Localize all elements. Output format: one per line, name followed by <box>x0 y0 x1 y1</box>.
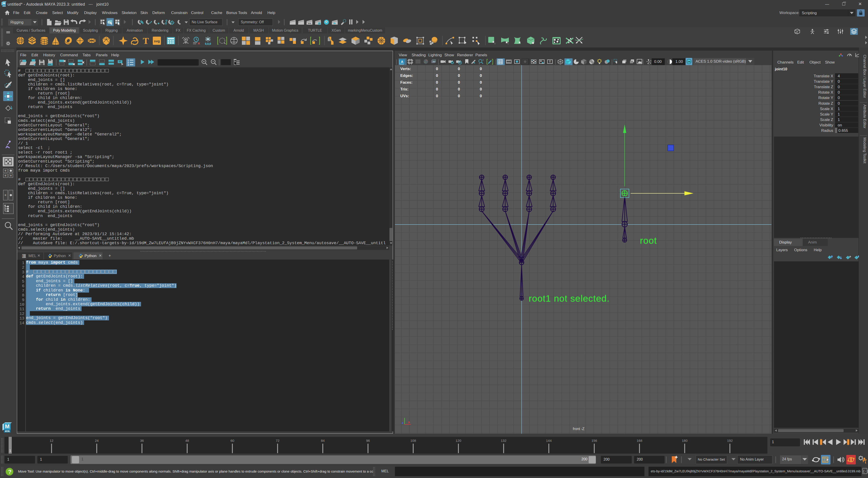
svg-text:0: 0 <box>480 87 482 91</box>
svg-text:AYA: AYA <box>2 5 6 7</box>
svg-text:0: 0 <box>480 67 482 71</box>
svg-text:x: x <box>408 420 410 424</box>
svg-text:root1 not selected.: root1 not selected. <box>529 293 610 304</box>
svg-text:T: T <box>549 60 551 63</box>
svg-text:0: 0 <box>480 80 482 85</box>
svg-text:0: 0 <box>436 67 438 71</box>
svg-text:Tris:: Tris: <box>400 87 408 91</box>
svg-text:svg: svg <box>154 39 160 43</box>
svg-text:0,0,0: 0,0,0 <box>205 42 211 46</box>
svg-text:M: M <box>3 2 5 5</box>
svg-text:0: 0 <box>436 73 438 78</box>
svg-text:0: 0 <box>458 87 460 91</box>
svg-text:0: 0 <box>436 80 438 85</box>
svg-text:Verts:: Verts: <box>400 67 411 71</box>
svg-text:IPR: IPR <box>308 22 311 24</box>
svg-text:ON: ON <box>687 61 690 63</box>
svg-text:0: 0 <box>458 67 460 71</box>
svg-text:UVs:: UVs: <box>400 94 409 98</box>
svg-text:Edges:: Edges: <box>400 73 413 78</box>
svg-text:M: M <box>5 423 9 429</box>
svg-text:0: 0 <box>436 87 438 91</box>
svg-text:root: root <box>640 235 657 246</box>
svg-text:0: 0 <box>436 94 438 98</box>
svg-text:0: 0 <box>458 73 460 78</box>
svg-text:A: A <box>401 60 403 63</box>
svg-text:Faces:: Faces: <box>400 80 412 85</box>
svg-text:0: 0 <box>458 80 460 85</box>
svg-text:front -Z: front -Z <box>573 427 585 431</box>
svg-text:AYA: AYA <box>5 430 9 432</box>
svg-text:0: 0 <box>480 73 482 78</box>
svg-text:z: z <box>402 421 403 425</box>
svg-text:0: 0 <box>458 94 460 98</box>
svg-text:T: T <box>143 36 149 46</box>
svg-text:0: 0 <box>480 94 482 98</box>
svg-text:3: 3 <box>127 64 129 66</box>
